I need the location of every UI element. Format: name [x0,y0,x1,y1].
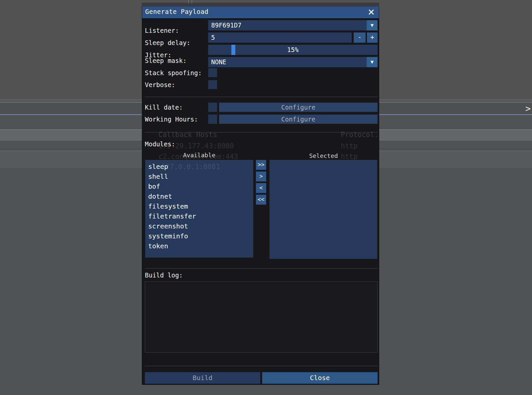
available-header: Available [183,152,215,159]
jitter-slider[interactable]: 15% [208,45,378,55]
tab-scroll-right-icon[interactable]: > [525,104,531,114]
jitter-value: 15% [208,45,378,55]
bg-dark-strip [142,3,379,7]
module-list-item[interactable]: sleep [145,162,253,172]
add-button[interactable]: > [256,172,266,181]
module-list-item[interactable]: bof [145,181,253,191]
sleep-mask-dropdown[interactable]: NONE [208,57,378,67]
sleep-delay-input[interactable]: 5 [208,32,352,43]
working-hours-label: Working Hours: [145,116,198,123]
build-log-output[interactable] [145,281,378,353]
module-list-item[interactable]: filetransfer [145,211,253,221]
available-list[interactable]: sleepshellbofdotnetfilesystemfiletransfe… [145,160,253,258]
sleep-delay-increment-button[interactable]: + [367,32,378,43]
sleep-mask-label: Sleep mask: [145,57,187,64]
dialog-titlebar[interactable]: Generate Payload × [142,7,379,18]
bg-tick-mark [192,0,192,3]
stack-spoofing-checkbox[interactable] [208,68,217,77]
module-list-item[interactable]: screenshot [145,221,253,231]
verbose-label: Verbose: [145,81,175,88]
kill-date-checkbox[interactable] [208,103,217,112]
listener-dropdown-button[interactable]: ▼ [367,20,378,30]
dialog-title: Generate Payload [145,8,208,15]
listener-label: Listener: [145,27,179,34]
kill-date-label: Kill date: [145,104,183,111]
close-button[interactable]: Close [262,372,378,384]
sleep-delay-label: Sleep delay: [145,39,190,46]
selected-list[interactable] [269,160,377,259]
working-hours-configure-button[interactable]: Configure [219,115,378,124]
generate-payload-dialog: Generate Payload × Listener: 89F691D7 ▼ … [142,7,379,385]
separator [145,132,378,132]
close-icon[interactable]: × [366,6,376,18]
build-log-label: Build log: [145,272,183,279]
module-list-item[interactable]: filesystem [145,201,253,211]
kill-date-configure-button[interactable]: Configure [219,103,378,112]
separator [145,268,378,269]
chevron-down-icon: ▼ [371,60,374,65]
module-list-item[interactable]: dotnet [145,191,253,201]
bg-tick-mark [188,0,189,3]
add-all-button[interactable]: >> [256,160,266,170]
stack-spoofing-label: Stack spoofing: [145,69,202,76]
module-list-item[interactable]: token [145,241,253,251]
module-list-item[interactable]: shell [145,172,253,181]
chevron-down-icon: ▼ [371,23,374,28]
separator [145,97,378,97]
build-button[interactable]: Build [145,372,260,384]
listener-dropdown[interactable]: 89F691D7 [208,20,378,30]
remove-button[interactable]: < [256,183,266,193]
selected-header: Selected [309,152,338,159]
working-hours-checkbox[interactable] [208,115,217,124]
sleep-delay-decrement-button[interactable]: - [354,32,366,43]
remove-all-button[interactable]: << [256,195,266,205]
verbose-checkbox[interactable] [208,80,217,89]
module-list-item[interactable]: systeminfo [145,231,253,241]
modules-label: Modules: [145,140,175,148]
separator [145,366,378,366]
sleep-mask-dropdown-button[interactable]: ▼ [367,57,378,67]
